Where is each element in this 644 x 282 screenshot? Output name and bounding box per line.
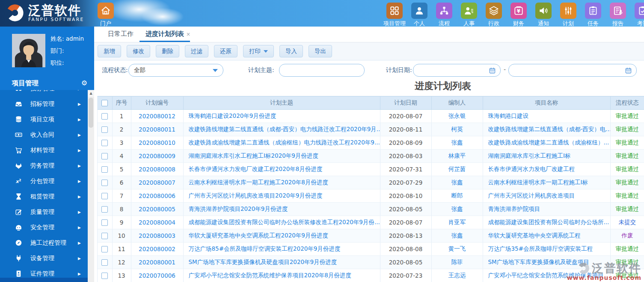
toolbar-button-导入[interactable]: 导入 <box>279 45 303 57</box>
table-row[interactable]: 132020070006广安邓小平纪念馆安全防范系统维护保养项目2020年8月份… <box>98 269 644 282</box>
topnav-item-任务[interactable]: 任务 <box>581 3 605 27</box>
author-link[interactable]: 张永银 <box>448 112 466 119</box>
row-checkbox[interactable] <box>101 259 108 266</box>
sidebar-item-投标管理[interactable]: 投标管理▶ <box>0 90 88 96</box>
table-row[interactable]: 92020080004成都能源建设集团投资有限公司临时办公场所装修改造工程202… <box>98 216 644 229</box>
author-link[interactable]: 张鑫 <box>451 139 463 146</box>
table-row[interactable]: 102020080003华软大厦研究基地中央空调系统工程2020年9月份进度20… <box>98 229 644 243</box>
project-name-link[interactable]: 改建铁路线增建第二线直通线（成都-西安）电... <box>488 126 611 132</box>
plan-code-link[interactable]: 2020080003 <box>139 232 175 239</box>
plan-subject-link[interactable]: SM广场地下车库更换摄像机及硬盘项目2020年9月份进度 <box>189 258 337 265</box>
project-name-link[interactable]: 青海洪湖养护院项目 <box>488 205 540 212</box>
plan-code-link[interactable]: 2020080009 <box>139 153 175 159</box>
plan-code-link[interactable]: 2020080010 <box>139 139 175 146</box>
sidebar-item-质量管理[interactable]: 质量管理▶ <box>0 204 88 220</box>
select-all-checkbox[interactable] <box>101 100 108 106</box>
toolbar-button-打印[interactable]: 打印 <box>243 45 274 57</box>
plan-subject-link[interactable]: 万达广场85#会所及咖啡厅空调安装工程2020年9月份进度 <box>189 245 341 252</box>
topnav-item-行政[interactable]: 行政 <box>481 3 506 27</box>
project-name-link[interactable]: 广安邓小平纪念馆安全防范系统维护保养项目 <box>488 272 604 279</box>
scroll-up-icon[interactable]: ▲ <box>88 90 94 97</box>
plan-subject-link[interactable]: 改建铁路成渝线增建第二直通线（成渝枢纽）电力线路迁改工程2020年9... <box>189 139 380 146</box>
row-checkbox[interactable] <box>101 126 108 133</box>
topnav-item-人事[interactable]: 人事 <box>457 3 481 27</box>
plan-subject-link[interactable]: 改建铁路线增建第二线直通线（成都-西安）电力线路迁改工程2020年9月... <box>189 126 380 132</box>
author-link[interactable]: 张鑫 <box>451 232 463 239</box>
plan-code-link[interactable]: 2020080006 <box>139 192 175 199</box>
sidebar-item-安全管理[interactable]: 安全管理▶ <box>0 220 88 235</box>
plan-code-link[interactable]: 2020080005 <box>139 206 175 213</box>
table-row[interactable]: 82020080005青海洪湖养护院项目2020年9月份进度2020-08-05… <box>98 203 644 216</box>
sidebar-item-证件管理[interactable]: 证件管理▶ <box>0 266 88 278</box>
toolbar-button-过滤[interactable]: 过滤 <box>185 45 208 57</box>
scrollbar-thumb[interactable] <box>89 98 93 128</box>
project-name-link[interactable]: 珠海鹤港口建设 <box>488 112 529 119</box>
toolbar-button-新增[interactable]: 新增 <box>98 45 121 57</box>
author-link[interactable]: 柯英 <box>451 126 463 132</box>
row-checkbox[interactable] <box>101 273 108 279</box>
toolbar-button-修改[interactable]: 修改 <box>127 45 150 57</box>
plan-subject-link[interactable]: 广州市天河区统计局机房改造项目2020年9月份进度 <box>189 192 323 199</box>
table-row[interactable]: 52020080008长春市伊通河水力发电厂改建工程2020年8月份进度2020… <box>98 163 644 176</box>
plan-subject-link[interactable]: 云南水利枢纽潜明水库一期工程施工2020年8月份进度 <box>189 179 328 186</box>
author-link[interactable]: 陈菲 <box>451 258 463 265</box>
tab-progress-plan-list[interactable]: 进度计划列表 × <box>139 27 190 42</box>
topnav-item-项目管理[interactable]: 项目管理 <box>382 3 407 27</box>
plan-subject-link[interactable]: 华软大厦研究基地中央空调系统工程2020年9月份进度 <box>189 232 328 239</box>
row-checkbox[interactable] <box>101 219 108 226</box>
row-checkbox[interactable] <box>101 166 108 173</box>
sidebar-item-招标管理[interactable]: 招标管理▶ <box>0 96 88 112</box>
toolbar-button-还原[interactable]: 还原 <box>214 45 237 57</box>
table-row[interactable]: 112020080002万达广场85#会所及咖啡厅空调安装工程2020年9月份进… <box>98 243 644 256</box>
sidebar-scrollbar[interactable]: ▲ <box>88 90 94 282</box>
project-name-link[interactable]: SM广场地下车库更换摄像机及硬盘项目 <box>488 258 589 265</box>
project-name-link[interactable]: 成都能源建设集团投资有限公司临时办公场所... <box>488 219 609 225</box>
plan-subject-link[interactable]: 珠海鹤港口建设2020年9月份进度 <box>189 112 276 119</box>
tab-daily-work[interactable]: 日常工作 <box>102 27 139 42</box>
topnav-item-个人[interactable]: 个人 <box>407 3 432 27</box>
plan-code-link[interactable]: 2020080004 <box>139 219 175 226</box>
sidebar-item-租赁管理[interactable]: 租赁管理▶ <box>0 189 88 204</box>
row-checkbox[interactable] <box>101 193 108 199</box>
project-name-link[interactable]: 云南水利枢纽潜明水库一期工程施工I标 <box>488 179 588 186</box>
topnav-item-考勤[interactable]: 考勤 <box>630 3 644 27</box>
toolbar-button-导出[interactable]: 导出 <box>309 45 332 57</box>
plan-subject-link[interactable]: 成都能源建设集团投资有限公司临时办公场所装修改造工程2020年9月份... <box>189 219 380 225</box>
plan-code-link[interactable]: 2020080007 <box>139 179 175 186</box>
table-row[interactable]: 72020080006广州市天河区统计局机房改造项目2020年9月份进度2020… <box>98 189 644 203</box>
row-checkbox[interactable] <box>101 113 108 120</box>
table-row[interactable]: 32020080010改建铁路成渝线增建第二直通线（成渝枢纽）电力线路迁改工程2… <box>98 136 644 150</box>
row-checkbox[interactable] <box>101 246 108 252</box>
status-filter-select[interactable]: 全部 <box>128 64 223 77</box>
topnav-item-财务[interactable]: ¥财务 <box>506 3 531 27</box>
table-row[interactable]: 62020080007云南水利枢纽潜明水库一期工程施工2020年8月份进度202… <box>98 176 644 189</box>
author-link[interactable]: 何芷茵 <box>448 165 466 172</box>
project-name-link[interactable]: 万达广场35#会所及咖啡厅空调安装工程 <box>488 245 593 252</box>
toolbar-button-删除[interactable]: 删除 <box>156 45 179 57</box>
plan-code-link[interactable]: 2020070006 <box>139 272 175 279</box>
row-checkbox[interactable] <box>101 153 108 159</box>
sidebar-item-材料管理[interactable]: 材料管理▶ <box>0 143 88 158</box>
plan-code-link[interactable]: 2020080002 <box>139 246 175 252</box>
topnav-item-计划[interactable]: 计划 <box>556 3 581 27</box>
table-row[interactable]: 42020080009湖南洞庭湖水库引水工程施工I标2020年9月份进度2020… <box>98 150 644 163</box>
row-checkbox[interactable] <box>101 206 108 213</box>
table-row[interactable]: 22020080011改建铁路线增建第二线直通线（成都-西安）电力线路迁改工程2… <box>98 123 644 136</box>
project-name-link[interactable]: 广州市天河区统计局机房改造项目 <box>488 192 575 199</box>
plan-subject-link[interactable]: 湖南洞庭湖水库引水工程施工I标2020年9月份进度 <box>189 152 318 159</box>
table-row[interactable]: 122020080001SM广场地下车库更换摄像机及硬盘项目2020年9月份进度… <box>98 256 644 269</box>
author-link[interactable]: 断郎 <box>451 192 463 199</box>
close-icon[interactable]: × <box>186 27 190 42</box>
author-link[interactable]: 黄一飞 <box>448 245 466 252</box>
gear-icon[interactable]: ⚙ <box>81 76 87 90</box>
plan-code-link[interactable]: 2020080008 <box>139 166 175 173</box>
calendar-icon[interactable] <box>625 67 632 74</box>
plan-code-link[interactable]: 2020080001 <box>139 259 175 266</box>
portal-button[interactable]: 门户 <box>93 3 118 27</box>
sidebar-item-项目立项[interactable]: 项目立项▶ <box>0 112 88 127</box>
sidebar-item-施工过程管理[interactable]: 施工过程管理▶ <box>0 235 88 251</box>
sidebar-item-设备管理[interactable]: 设备管理▶ <box>0 251 88 266</box>
plan-subject-link[interactable]: 青海洪湖养护院项目2020年9月份进度 <box>189 205 288 212</box>
subject-input[interactable] <box>284 66 360 74</box>
date-to-input[interactable] <box>513 66 625 74</box>
